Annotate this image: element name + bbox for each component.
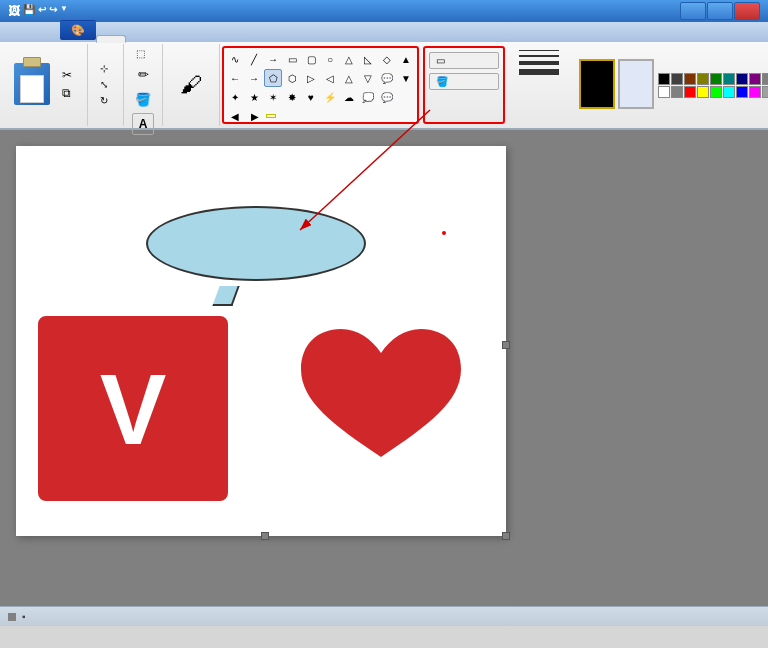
swatch-yellow1[interactable] bbox=[697, 86, 709, 98]
swatch-olive1[interactable] bbox=[697, 73, 709, 85]
swatch-magenta[interactable] bbox=[749, 86, 761, 98]
shape-scroll-up[interactable]: ▲ bbox=[397, 50, 415, 68]
shape-diamond[interactable]: ◇ bbox=[378, 50, 396, 68]
shape-left-arrow2[interactable]: ◁ bbox=[321, 69, 339, 87]
tools-section: ⬚ ✏ 🪣 A ◻ 💧 🔍 bbox=[124, 44, 163, 126]
swatch-gray1[interactable] bbox=[671, 73, 683, 85]
shapes-grid: ∿ ╱ → ▭ ▢ ○ △ ◺ ◇ ▲ ← → ⬠ ⬡ ▷ ◁ △ ▽ 💬 bbox=[226, 50, 415, 106]
fill-tool[interactable]: 🪣 bbox=[132, 88, 154, 110]
brushes-button[interactable]: 🖌 bbox=[171, 63, 211, 107]
color-row-2 bbox=[658, 86, 768, 98]
swatch-green1[interactable] bbox=[710, 73, 722, 85]
shapes-panel: ∿ ╱ → ▭ ▢ ○ △ ◺ ◇ ▲ ← → ⬠ ⬡ ▷ ◁ △ ▽ 💬 bbox=[222, 46, 419, 124]
shape-arrow[interactable]: → bbox=[264, 50, 282, 68]
clipboard-sub: ✂ ⧉ bbox=[58, 66, 79, 102]
paste-button[interactable] bbox=[8, 61, 56, 107]
swatch-brown1[interactable] bbox=[684, 73, 696, 85]
copy-button[interactable]: ⧉ bbox=[58, 84, 79, 102]
shape-left-arrow[interactable]: ← bbox=[226, 69, 244, 87]
shape-4point-star[interactable]: ✦ bbox=[226, 88, 244, 106]
quick-access-redo[interactable]: ↪ bbox=[49, 4, 57, 18]
shape-right-triangle[interactable]: ◺ bbox=[359, 50, 377, 68]
shape-star[interactable]: ★ bbox=[245, 88, 263, 106]
shape-cloud[interactable]: ☁ bbox=[340, 88, 358, 106]
size-stripe-2[interactable] bbox=[519, 55, 559, 57]
close-button[interactable] bbox=[734, 2, 760, 20]
minimize-button[interactable] bbox=[680, 2, 706, 20]
size-stripe-4[interactable] bbox=[519, 69, 559, 75]
resize-button[interactable]: ⤡ bbox=[96, 77, 115, 92]
color2-swatch[interactable] bbox=[618, 59, 654, 109]
shape-next-page[interactable]: ▶ bbox=[246, 107, 264, 125]
swatch-red2[interactable] bbox=[684, 86, 696, 98]
pencil-tool[interactable]: ✏ bbox=[132, 63, 154, 85]
swatch-black[interactable] bbox=[658, 73, 670, 85]
quick-access-undo[interactable]: ↩ bbox=[38, 4, 46, 18]
shape-6point-star[interactable]: ✶ bbox=[264, 88, 282, 106]
pentagon-tooltip bbox=[266, 114, 276, 118]
clipboard-content: ✂ ⧉ bbox=[8, 46, 79, 122]
canvas-resize-handle-bottom[interactable] bbox=[261, 532, 269, 540]
crop-icon: ⊹ bbox=[100, 63, 108, 74]
tab-paint-menu[interactable]: 🎨 bbox=[60, 20, 96, 40]
shape-pencil[interactable]: ∿ bbox=[226, 50, 244, 68]
shape-oval-callout[interactable]: 💭 bbox=[359, 88, 377, 106]
swatch-blue2[interactable] bbox=[736, 86, 748, 98]
ribbon: ✂ ⧉ ⊹ bbox=[0, 42, 768, 130]
shape-right-arrow[interactable]: → bbox=[245, 69, 263, 87]
drawing-canvas[interactable]: V bbox=[16, 146, 506, 536]
quick-access-save[interactable]: 💾 bbox=[23, 4, 35, 18]
swatch-gray3[interactable] bbox=[762, 86, 768, 98]
shape-down-arrow[interactable]: ▽ bbox=[359, 69, 377, 87]
cut-button[interactable]: ✂ bbox=[58, 66, 79, 84]
swatch-lime[interactable] bbox=[710, 86, 722, 98]
select-icon: ⬚ bbox=[136, 48, 145, 59]
vforum-logo: V bbox=[38, 316, 228, 501]
brushes-content: 🖌 bbox=[171, 46, 211, 124]
shape-hexagon[interactable]: ⬡ bbox=[283, 69, 301, 87]
size-stripe-1[interactable] bbox=[519, 50, 559, 51]
swatch-blue1[interactable] bbox=[736, 73, 748, 85]
shape-up-arrow[interactable]: △ bbox=[340, 69, 358, 87]
outline-button[interactable]: ▭ bbox=[429, 52, 499, 69]
shape-prev-page[interactable]: ◀ bbox=[226, 107, 244, 125]
shape-burst[interactable]: ✸ bbox=[283, 88, 301, 106]
heart-shape bbox=[301, 326, 461, 476]
speech-bubble-tail bbox=[212, 286, 239, 306]
shape-lightning[interactable]: ⚡ bbox=[321, 88, 339, 106]
canvas-container[interactable]: V bbox=[0, 130, 768, 606]
dropdown-arrow[interactable]: ▼ bbox=[60, 4, 68, 18]
status-coordinates: ▪ bbox=[22, 611, 26, 622]
swatch-ltgray[interactable] bbox=[671, 86, 683, 98]
swatch-gray2[interactable] bbox=[762, 73, 768, 85]
shape-triangle[interactable]: △ bbox=[340, 50, 358, 68]
color1-swatch[interactable] bbox=[579, 59, 615, 109]
shape-line[interactable]: ╱ bbox=[245, 50, 263, 68]
shape-pentagon[interactable]: ⬠ bbox=[264, 69, 282, 87]
shape-rect[interactable]: ▭ bbox=[283, 50, 301, 68]
shape-scroll-down[interactable]: ▼ bbox=[397, 69, 415, 87]
canvas-resize-handle-right[interactable] bbox=[502, 341, 510, 349]
cut-icon: ✂ bbox=[62, 68, 72, 82]
shape-right-arrow2[interactable]: ▷ bbox=[302, 69, 320, 87]
tab-home[interactable] bbox=[96, 35, 126, 43]
crop-button[interactable]: ⊹ bbox=[96, 61, 115, 76]
rotate-button[interactable]: ↻ bbox=[96, 93, 115, 108]
swatch-white[interactable] bbox=[658, 86, 670, 98]
maximize-button[interactable] bbox=[707, 2, 733, 20]
shape-rounded-rect[interactable]: ▢ bbox=[302, 50, 320, 68]
shape-rounded-rect-callout[interactable]: 💬 bbox=[378, 88, 396, 106]
size-stripe-3[interactable] bbox=[519, 61, 559, 65]
select-button[interactable]: ⬚ bbox=[132, 46, 154, 61]
shape-empty bbox=[397, 88, 415, 106]
swatch-teal1[interactable] bbox=[723, 73, 735, 85]
tab-view[interactable] bbox=[126, 35, 156, 42]
shape-ellipse[interactable]: ○ bbox=[321, 50, 339, 68]
shape-callout[interactable]: 💬 bbox=[378, 69, 396, 87]
canvas-resize-handle-corner[interactable] bbox=[502, 532, 510, 540]
swatch-cyan[interactable] bbox=[723, 86, 735, 98]
shape-heart[interactable]: ♥ bbox=[302, 88, 320, 106]
swatch-purple1[interactable] bbox=[749, 73, 761, 85]
fill-icon: 🪣 bbox=[436, 76, 448, 87]
fill-button[interactable]: 🪣 bbox=[429, 73, 499, 90]
